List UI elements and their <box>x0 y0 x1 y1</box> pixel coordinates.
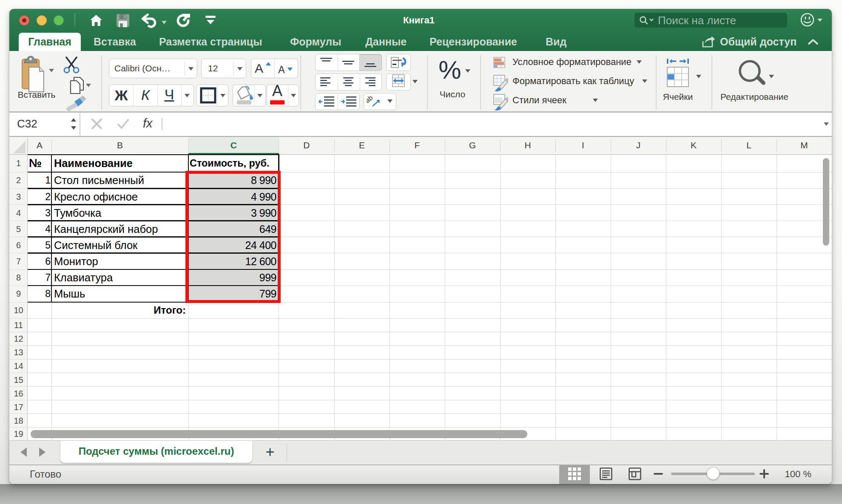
svg-text:ab: ab <box>367 95 374 104</box>
